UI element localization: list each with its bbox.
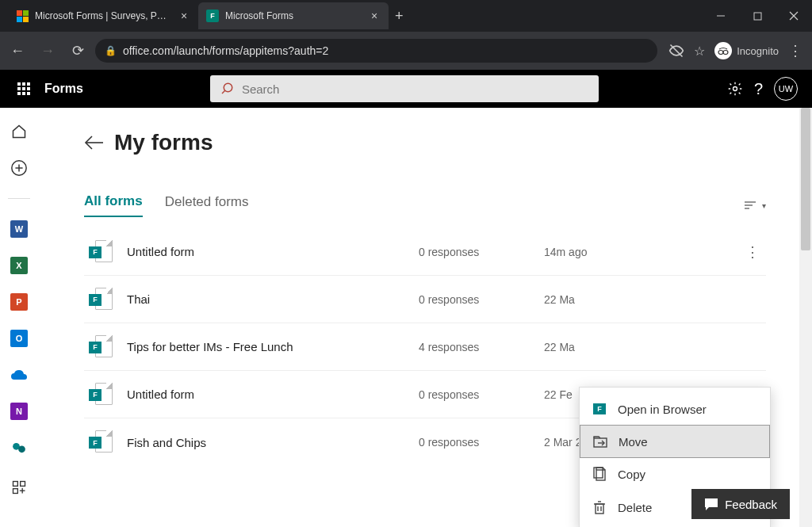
reload-button[interactable]: ⟳ [65, 38, 90, 63]
new-tab-button[interactable]: + [395, 8, 404, 25]
sort-lines-icon [743, 200, 759, 211]
maximize-button[interactable] [739, 0, 776, 32]
app-header: Forms ? UW [0, 70, 812, 108]
menu-label: Copy [618, 468, 645, 481]
menu-label: Move [619, 435, 648, 449]
svg-point-9 [733, 87, 737, 91]
svg-point-6 [723, 51, 728, 55]
create-button[interactable] [10, 158, 29, 178]
svg-rect-27 [594, 468, 603, 478]
close-window-button[interactable] [776, 0, 812, 32]
browser-menu-icon[interactable]: ⋮ [788, 42, 802, 59]
incognito-label: Incognito [737, 45, 779, 57]
url-input[interactable]: 🔒 office.com/launch/forms/appitems?auth=… [95, 39, 657, 63]
menu-label: Open in Browser [618, 403, 707, 416]
svg-rect-17 [13, 489, 18, 494]
eye-off-icon[interactable] [668, 43, 684, 59]
vertical-scrollbar[interactable] [799, 108, 812, 527]
app-launcher-button[interactable] [8, 70, 40, 108]
star-icon[interactable]: ☆ [694, 44, 705, 59]
word-app-button[interactable]: W [10, 220, 29, 239]
form-file-icon: F [89, 383, 113, 407]
home-button[interactable] [10, 122, 29, 141]
gear-icon [727, 81, 743, 97]
search-box[interactable] [210, 75, 599, 102]
tab-close-icon[interactable]: × [178, 10, 190, 22]
more-app-button[interactable] [10, 438, 29, 457]
svg-line-8 [222, 90, 225, 94]
svg-point-7 [224, 83, 232, 92]
form-name: Fish and Chips [127, 436, 404, 449]
onedrive-app-button[interactable] [10, 365, 29, 384]
svg-point-14 [18, 445, 25, 453]
app-name: Forms [44, 82, 83, 96]
form-file-icon: F [89, 335, 113, 359]
menu-move[interactable]: Move [580, 425, 770, 458]
browser-tab-active[interactable]: F Microsoft Forms × [198, 2, 389, 29]
word-icon: W [10, 220, 28, 238]
search-input[interactable] [242, 82, 589, 96]
menu-open-in-browser[interactable]: F Open in Browser [580, 392, 770, 426]
form-name: Thai [127, 292, 404, 306]
form-responses: 0 responses [419, 246, 530, 258]
form-row[interactable]: F Untitled form 0 responses 14m ago ⋮ [84, 228, 766, 276]
back-arrow-button[interactable] [84, 135, 105, 151]
powerpoint-app-button[interactable]: P [10, 292, 29, 311]
back-button[interactable]: ← [5, 38, 30, 63]
avatar[interactable]: UW [774, 77, 798, 101]
svg-point-5 [718, 51, 723, 55]
row-more-button[interactable]: ⋮ [745, 243, 760, 261]
plus-circle-icon [10, 159, 28, 177]
scrollbar-thumb[interactable] [801, 108, 810, 250]
minimize-icon [716, 11, 726, 21]
lock-icon: 🔒 [105, 45, 117, 56]
viewport: W X P O N My forms All forms Deleted for… [0, 108, 812, 527]
svg-rect-15 [13, 482, 18, 487]
tab-deleted-forms[interactable]: Deleted forms [165, 194, 249, 216]
forward-button[interactable]: → [35, 38, 60, 63]
side-rail: W X P O N [0, 108, 38, 527]
sort-button[interactable]: ▾ [743, 200, 766, 211]
browser-tabstrip: Microsoft Forms | Surveys, Polls, × F Mi… [0, 0, 812, 32]
help-button[interactable]: ? [754, 80, 763, 98]
sharepoint-icon [11, 442, 27, 453]
excel-icon: X [10, 257, 28, 274]
chat-icon [704, 498, 718, 510]
rail-separator [8, 198, 30, 199]
form-name: Untitled form [127, 245, 404, 258]
move-icon [593, 434, 607, 449]
outlook-app-button[interactable]: O [10, 329, 29, 348]
form-date: 14m ago [544, 246, 663, 258]
browser-tab-inactive[interactable]: Microsoft Forms | Surveys, Polls, × [8, 2, 198, 29]
tab-title: Microsoft Forms | Surveys, Polls, [35, 10, 171, 21]
tab-close-icon[interactable]: × [368, 10, 381, 22]
onenote-app-button[interactable]: N [10, 402, 29, 421]
search-icon [220, 82, 234, 96]
chevron-down-icon: ▾ [762, 201, 766, 210]
form-file-icon: F [89, 288, 113, 311]
close-icon [789, 11, 799, 21]
feedback-label: Feedback [725, 498, 777, 511]
svg-rect-16 [21, 482, 25, 487]
excel-app-button[interactable]: X [10, 256, 29, 275]
form-date: 22 Ma [544, 341, 663, 353]
feedback-button[interactable]: Feedback [691, 489, 790, 519]
form-row[interactable]: F Tips for better IMs - Free Lunch 4 res… [84, 323, 766, 371]
form-file-icon: F [89, 240, 113, 264]
forms-small-icon: F [592, 402, 607, 416]
apps-grid-icon [11, 479, 27, 495]
settings-button[interactable] [727, 81, 743, 97]
incognito-badge: Incognito [714, 42, 779, 59]
ms-logo-icon [16, 10, 29, 22]
all-apps-button[interactable] [10, 478, 29, 497]
url-text: office.com/launch/forms/appitems?auth=2 [123, 44, 328, 57]
minimize-button[interactable] [703, 0, 739, 32]
form-responses: 0 responses [419, 388, 530, 401]
svg-rect-26 [596, 470, 605, 480]
menu-copy[interactable]: Copy [580, 457, 770, 491]
page-title: My forms [114, 130, 213, 155]
onenote-icon: N [10, 403, 28, 420]
tab-all-forms[interactable]: All forms [84, 193, 143, 217]
form-row[interactable]: F Thai 0 responses 22 Ma [84, 276, 766, 323]
arrow-left-icon [84, 135, 105, 151]
